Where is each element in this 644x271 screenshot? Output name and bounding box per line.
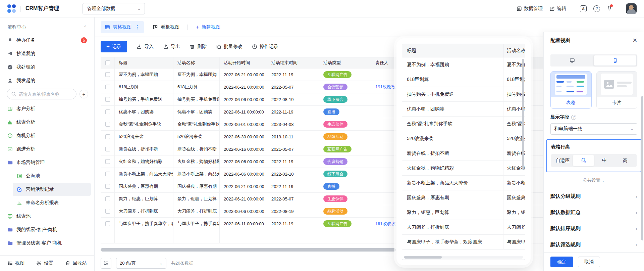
footer-item-label: 视图 [15,260,24,266]
row-checkbox[interactable] [105,134,110,139]
rule-item-默认分组规则[interactable]: 默认分组规则› [550,188,637,204]
sidebar-item-公海池[interactable]: 公海池 [13,169,91,183]
sidebar-item-线索池[interactable]: 线索池 [3,210,91,223]
row-height-label: 表格行高 [551,144,637,150]
row-checkbox[interactable] [105,209,110,214]
footer-item-视图[interactable]: 视图 [7,260,24,266]
layout-card-card[interactable]: 卡片 [596,71,638,109]
rule-item-默认筛选规则[interactable]: 默认筛选规则› [550,236,637,252]
rule-item-默认排序规则[interactable]: 默认排序规则› [550,220,637,236]
row-checkbox[interactable] [105,221,110,226]
cell-title: 夏不为例，幸福团购 [115,69,173,81]
row-checkbox[interactable] [105,85,110,89]
row-checkbox[interactable] [105,97,110,102]
sidebar-item-线索分析[interactable]: 线索分析 [3,116,91,129]
column-header-标题[interactable]: 标题 [115,57,173,68]
scrollbar-thumb[interactable] [101,248,396,252]
sidebar-item-跟进分析[interactable]: 跟进分析 [3,142,91,156]
batch-edit-icon [216,44,221,49]
preview-row: 聚力，钜惠，巨划算聚力，钜惠，巨划算 [402,205,525,220]
tab-看板视图[interactable]: 看板视图 [153,24,179,30]
layout-card-table[interactable]: 表格 [550,71,592,109]
preview-cell-title: 聚力，钜惠，巨划算 [402,205,503,220]
page-size-select[interactable]: 20 条/页 ⌄ [116,258,166,269]
data-scope-select[interactable]: 管理全部数据 ⌄ [83,3,145,14]
row-checkbox[interactable] [105,159,110,164]
row-checkbox[interactable] [105,147,110,151]
toolbar-删除-button[interactable]: 删除 [190,44,207,50]
sidebar-footer: 视图设置回收站 [0,255,94,271]
config-panel-footer: 确定 取消 [544,252,644,271]
common-settings-toggle[interactable]: 公共设置 ⌄ [550,177,637,183]
row-checkbox[interactable] [105,172,110,176]
close-icon[interactable]: ✕ [633,37,637,44]
sidebar-item-商机分析[interactable]: 商机分析 [3,129,91,142]
display-fields-select[interactable]: 和电脑端一致 ⌄ [550,123,637,135]
row-height-option-中[interactable]: 中 [594,155,615,166]
rule-item-默认数据汇总[interactable]: 默认数据汇总› [550,204,637,220]
toolbar-操作记录-button[interactable]: 操作记录 [252,44,278,50]
row-height-option-低[interactable]: 低 [573,155,594,166]
sidebar-item-客户分析[interactable]: 客户分析 [3,102,91,116]
row-checkbox[interactable] [105,184,110,189]
user-avatar[interactable] [626,3,637,14]
cancel-button[interactable]: 取消 [578,257,600,267]
help-icon[interactable]: ? [593,5,600,12]
row-checkbox[interactable] [105,122,110,127]
toolbar-导入-button[interactable]: 导入 [137,44,154,50]
notifications-button[interactable] [607,5,612,12]
row-height-option-高[interactable]: 高 [615,155,636,166]
sidebar-item-我发起的[interactable]: 我发起的 [3,74,91,87]
row-height-button[interactable] [101,258,111,269]
data-manage-button[interactable]: 数据管理 [517,6,543,12]
preview-cell-title: 618巨划算 [402,72,503,87]
sidebar-item-抄送我的[interactable]: 抄送我的 [3,47,91,60]
owner-link[interactable]: 191改改改 [375,221,396,227]
select-all-checkbox[interactable] [105,60,110,65]
form-search-box[interactable] [7,89,76,99]
device-desktop-option[interactable] [551,55,594,66]
confirm-button[interactable]: 确定 [550,257,573,267]
cell-checkbox [101,218,115,230]
column-header-活动开始时间[interactable]: 活动开始时间 [220,57,267,68]
scrollbar-thumb[interactable] [404,256,442,259]
panel-scrollbar[interactable] [641,96,643,240]
column-header-活动结束时间[interactable]: 活动结束时间 [267,57,319,68]
new-view-button[interactable]: +新建视图 [196,24,220,31]
footer-item-回收站[interactable]: 回收站 [65,260,87,266]
sidebar-item-我的线索-客户-商机[interactable]: 我的线索-客户-商机 [3,223,91,236]
toolbar-批量修改-button[interactable]: 批量修改 [216,44,243,50]
cell-empty [173,230,220,243]
tab-表格视图[interactable]: 表格视图⋮ [101,21,144,33]
toolbar-导出-button[interactable]: 导出 [163,44,180,50]
add-record-button[interactable]: +记录 [101,41,127,52]
sidebar-item-我处理的[interactable]: 我处理的 [3,60,91,74]
row-checkbox[interactable] [105,109,110,114]
row-height-option-自适应[interactable]: 自适应 [552,155,573,166]
sidebar-item-待办任务[interactable]: 待办任务6 [3,34,91,47]
edit-button[interactable]: 编辑 [549,6,566,12]
preview-horizontal-scrollbar[interactable] [404,256,523,259]
device-mobile-option[interactable] [594,55,637,66]
footer-item-设置[interactable]: 设置 [36,260,53,266]
search-input[interactable] [19,92,72,97]
preview-row: 火红金秋，购物好精彩火红金秋，购物好精彩 [402,161,525,176]
row-checkbox[interactable] [105,196,110,201]
preview-row: 国庆盛典，厚惠有期国庆盛典，厚惠有期 [402,190,525,205]
column-header-活动名称[interactable]: 活动名称 [173,57,220,68]
sidebar-section-process[interactable]: 流程中心 ⌃ [0,21,94,34]
tab-menu-icon[interactable]: ⋮ [135,24,140,30]
add-form-button[interactable]: + [79,90,88,98]
preview-title-text: 聚力，钜惠，巨划算 [407,210,449,216]
translate-icon[interactable]: A [580,5,587,12]
row-checkbox[interactable] [105,72,110,77]
sidebar-item-营销活动记录[interactable]: 营销活动记录 [13,183,91,196]
sidebar-item-未命名分析报表[interactable]: 未命名分析报表 [13,196,91,210]
cell-activity-type: 互联网广告 [319,218,371,230]
cell-activity-type: 互联网广告 [319,69,371,81]
sidebar-item-市场营销管理[interactable]: 市场营销管理 [3,156,91,169]
preview-vertical-scrollbar[interactable] [522,59,524,170]
column-header-活动类型[interactable]: 活动类型 [319,57,371,68]
owner-link[interactable]: 191改改改 [375,84,396,90]
sidebar-item-管理员线索-客户-商机[interactable]: 管理员线索-客户-商机 [3,236,91,250]
